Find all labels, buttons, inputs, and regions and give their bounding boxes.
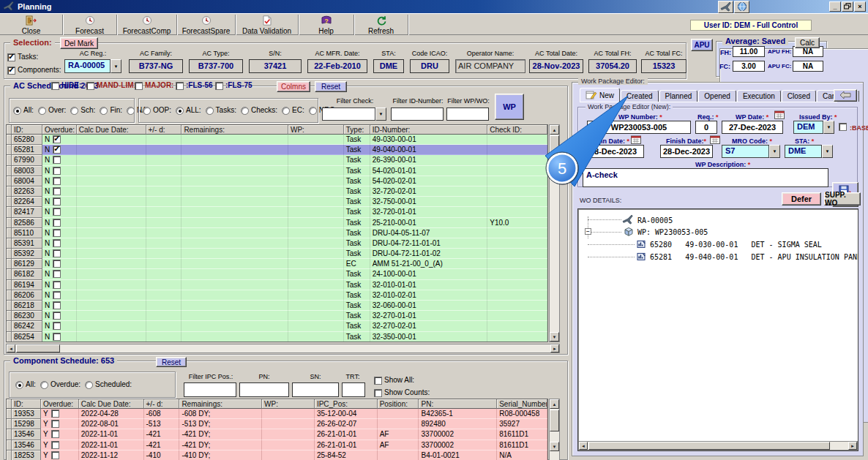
tree-collapse-toggle[interactable]: −	[585, 228, 591, 235]
table-row[interactable]: 82263NTask32-720-02-01	[7, 186, 547, 197]
radio-button[interactable]	[206, 107, 214, 115]
row-checkbox[interactable]	[51, 410, 59, 418]
sched-filter-checkbox[interactable]: MAJOR:	[135, 81, 176, 90]
calc-button[interactable]: Calc	[795, 37, 820, 48]
scroll-left-icon[interactable]: ◄	[7, 344, 15, 352]
filter-wp-wo-input[interactable]	[446, 108, 489, 121]
radio-button[interactable]	[15, 381, 23, 389]
table-row[interactable]: 86129NECAMM 51-21-00_0_(A)	[7, 259, 547, 269]
reset-component-button[interactable]: Reset	[156, 357, 187, 367]
filter-id-number-input[interactable]	[391, 108, 444, 121]
toolbar-button-data-validation[interactable]: Data Validation	[236, 15, 299, 35]
radio-button[interactable]	[176, 107, 184, 115]
del-mark-button[interactable]: Del Mark	[60, 37, 98, 49]
row-checkbox[interactable]	[53, 260, 61, 268]
table-row[interactable]: 82264NTask32-750-00-01	[7, 197, 547, 207]
radio-button[interactable]	[85, 381, 93, 389]
sched-filter-checkbox[interactable]: MAND-LIM:	[86, 81, 139, 90]
mro-code-dropdown[interactable]: S7▼	[722, 145, 780, 158]
fc-value[interactable]: 3.00	[733, 61, 765, 72]
row-checkbox[interactable]	[53, 167, 61, 175]
row-checkbox[interactable]	[53, 249, 61, 257]
table-row[interactable]: 86254NTask32-350-00-01	[7, 332, 547, 342]
show-all-checkbox[interactable]: Show All:	[374, 376, 422, 385]
reset-sched-button[interactable]: Reset	[315, 81, 347, 92]
chevron-down-icon[interactable]: ▼	[823, 121, 834, 134]
tree-hscroll-thumb[interactable]	[588, 442, 830, 450]
row-checkbox[interactable]	[53, 156, 61, 164]
scroll-up-icon[interactable]: ▲	[550, 125, 559, 135]
row-checkbox[interactable]	[53, 322, 61, 330]
ac-sched-vscrollbar[interactable]: ▲ ▼	[549, 124, 560, 342]
checkbox-box[interactable]	[135, 82, 143, 90]
scroll-right-icon[interactable]: ►	[550, 344, 559, 352]
tab-execution[interactable]: Execution	[737, 90, 781, 102]
row-checkbox[interactable]	[53, 177, 61, 185]
issued-by-dropdown[interactable]: DEM▼	[793, 121, 834, 134]
table-row[interactable]: 82417NTask32-720-01-01	[7, 207, 547, 217]
globe-quick-button[interactable]	[734, 1, 749, 13]
row-checkbox[interactable]	[53, 301, 61, 309]
toolbar-button-forecastspare[interactable]: ForecastSpare	[177, 15, 236, 35]
begin-date-field[interactable]: 28-Dec-2023	[583, 145, 644, 158]
component-radio-overdue[interactable]: Overdue:	[40, 381, 85, 389]
row-checkbox[interactable]	[53, 219, 61, 227]
airplane-quick-button[interactable]	[718, 1, 733, 13]
table-row[interactable]: 65280NTask49-030-00-01	[7, 135, 547, 145]
toolbar-button-close[interactable]: Close	[0, 15, 63, 35]
table-row[interactable]: 86182NTask24-100-00-01	[7, 269, 547, 279]
row-checkbox[interactable]	[53, 135, 61, 143]
radio-button[interactable]	[38, 107, 46, 115]
table-row[interactable]: 86218NTask32-060-00-01	[7, 301, 547, 311]
component-radio-scheduled[interactable]: Scheduled:	[85, 381, 136, 389]
colmns-button[interactable]: Colmns	[277, 81, 310, 92]
tasks-checkbox-box[interactable]	[7, 53, 15, 61]
table-row[interactable]: 19353Y2022-04-28-608-608 DY;35-12-00-04B…	[7, 409, 547, 419]
row-checkbox[interactable]	[53, 197, 61, 206]
ac-sched-hscrollbar[interactable]: ◄ ►	[6, 344, 560, 353]
radio-button[interactable]	[13, 107, 21, 115]
radio-button[interactable]	[100, 107, 108, 115]
tab-opened[interactable]: Opened	[698, 90, 736, 102]
table-row[interactable]: 82586NTask25-210-00-01Y10.0	[7, 218, 547, 228]
table-row[interactable]: 86242NTask32-270-02-01	[7, 321, 547, 331]
req-field[interactable]: 0	[695, 121, 717, 134]
table-row[interactable]: 86230NTask32-270-01-01	[7, 311, 547, 321]
sched-filter-checkbox[interactable]: HIDE:	[51, 81, 84, 90]
table-row[interactable]: 13546Y2022-11-01-421-421 DY;26-21-01-01A…	[7, 429, 547, 440]
radio-button[interactable]	[309, 107, 317, 115]
finish-date-field[interactable]: 28-Dec-2023	[660, 145, 713, 158]
sched-scope-radio-fin[interactable]: Fin:	[100, 107, 127, 115]
sched-type-radio-oop[interactable]: OOP:	[143, 107, 176, 115]
sched-type-radio-ec[interactable]: EC:	[282, 107, 309, 115]
tasks-checkbox[interactable]: Tasks:	[7, 53, 45, 61]
row-checkbox[interactable]	[53, 187, 61, 195]
component-vscrollbar[interactable]: ▲ ▼	[549, 399, 560, 460]
row-checkbox[interactable]	[53, 229, 61, 237]
defer-button[interactable]: Defer	[782, 192, 821, 206]
table-row[interactable]: 85392NTaskDRU-04-72-11-01-02	[7, 249, 547, 259]
table-row[interactable]: 15298Y2022-08-01-513-513 DY;26-26-02-078…	[7, 419, 547, 429]
supp-wo-button[interactable]: SUPP. WO	[824, 192, 861, 206]
component-vscroll-thumb[interactable]	[550, 410, 559, 431]
sched-scope-radio-sch[interactable]: Sch:	[70, 107, 100, 115]
table-row[interactable]: 68004NTask54-020-02-01	[7, 176, 547, 186]
pn-input[interactable]	[239, 382, 289, 397]
table-row[interactable]: 65281NTask49-040-00-01	[7, 145, 547, 155]
row-checkbox[interactable]	[51, 430, 59, 438]
checkbox-box[interactable]	[51, 82, 59, 90]
scroll-down-icon[interactable]: ▼	[550, 332, 559, 342]
scroll-down-icon[interactable]: ▼	[550, 442, 559, 451]
row-checkbox[interactable]	[53, 333, 61, 341]
toolbar-button-help[interactable]: ?Help	[299, 15, 354, 35]
tab-planned[interactable]: Planned	[659, 90, 698, 102]
row-checkbox[interactable]	[51, 420, 59, 428]
sn-input[interactable]	[292, 382, 339, 397]
row-checkbox[interactable]	[53, 281, 61, 289]
base-checkbox[interactable]	[839, 123, 847, 131]
wp-description-input[interactable]: A-check	[583, 168, 828, 187]
fh-value[interactable]: 11.00	[733, 46, 765, 57]
calendar-icon[interactable]	[631, 135, 641, 146]
row-checkbox[interactable]	[53, 146, 61, 154]
apu-fc-value[interactable]: NA	[793, 61, 823, 72]
